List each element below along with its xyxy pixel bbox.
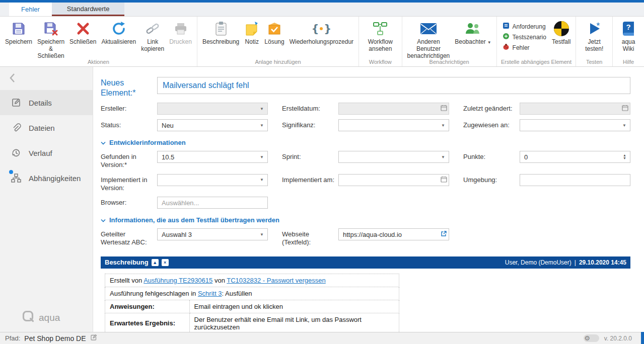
sidebar-dateien-label: Dateien [29, 124, 55, 132]
sprint-select[interactable]: ▼ [338, 151, 449, 163]
scenario-icon [503, 33, 510, 41]
loesung-label: Lösung [264, 38, 284, 45]
back-chevron-icon [9, 73, 15, 84]
ribbon-group-benachrichtigen: Anderen Benutzer benachrichtigen Beobach… [402, 17, 497, 66]
description-close-icon[interactable]: × [162, 259, 169, 266]
aqua-wiki-label: aqua Wiki [618, 38, 639, 52]
table-row: Anweisungen: Email eintragen und ok klic… [105, 300, 399, 313]
umgebung-input[interactable] [520, 174, 630, 186]
link-kopieren-button[interactable]: Link kopieren [138, 18, 167, 54]
chevron-down-icon: ▼ [487, 40, 491, 45]
details-panel: Neues Element:* Mailversand schlägt fehl… [94, 67, 644, 332]
table-row: Erwartetes Ergebnis: Der Benutzer erhält… [105, 313, 399, 332]
edit-path-icon[interactable] [90, 334, 97, 342]
drucken-button[interactable]: Drucken [167, 18, 194, 47]
testfall-label: Testfall [552, 38, 570, 45]
speichern-button[interactable]: Speichern [3, 18, 35, 47]
sidebar-item-verlauf[interactable]: Verlauf [0, 140, 93, 165]
tab-standardwerte[interactable]: Standardwerte [52, 3, 125, 16]
section-entwicklerinformationen[interactable]: Entwicklerinformationen [101, 139, 630, 146]
browser-select[interactable]: Auswählen... [157, 197, 268, 209]
webseite-input[interactable]: https://aqua-cloud.io [338, 228, 449, 240]
step-link[interactable]: Schritt 3 [198, 290, 222, 297]
execution-link[interactable]: Ausführung TE2930615 [144, 277, 212, 284]
aqua-logo-text: aqua [39, 312, 60, 323]
calendar-icon [622, 105, 628, 113]
workflow-ansehen-button[interactable]: Workflow ansehen [362, 18, 399, 54]
requirement-icon [503, 22, 510, 31]
edit-details-icon [11, 98, 21, 108]
external-link-icon[interactable] [441, 230, 447, 238]
spinner-icons[interactable]: ▲▼ [621, 154, 628, 159]
benutzer-benachrichtigen-button[interactable]: Anderen Benutzer benachrichtigen [405, 18, 453, 61]
status-label: Status: [101, 119, 157, 131]
notiz-button[interactable]: Notiz [242, 18, 262, 47]
punkte-stepper[interactable]: 0▲▼ [520, 151, 630, 163]
fehler-button[interactable]: Fehler [499, 42, 549, 53]
testszenario-button[interactable]: Testszenario [499, 32, 549, 42]
aktualisieren-label: Aktualisieren [101, 38, 136, 45]
description-meta: User, Demo (DemoUser) | 29.10.2020 14:45 [505, 259, 626, 266]
sidebar-item-abhaengigkeiten[interactable]: Abhängigkeiten [0, 165, 93, 191]
table-row: Ausführung fehlgeschlagen in Schritt 3: … [105, 287, 399, 300]
aqua-logo-icon [22, 310, 34, 325]
signifikanz-label: Signifikanz: [282, 119, 338, 131]
group-label-hilfe: Hilfe [613, 59, 644, 65]
implementiert-am-field[interactable] [338, 174, 449, 186]
ribbon-group-testen: Jetzt testen! Testen [576, 17, 613, 66]
beschreibung-button[interactable]: Beschreibung [200, 18, 242, 47]
anforderung-button[interactable]: Anforderung [499, 21, 549, 32]
loesung-button[interactable]: Lösung [262, 18, 287, 47]
erstelldatum-label: Erstelldatum: [282, 103, 338, 115]
jetzt-testen-button[interactable]: Jetzt testen! [579, 18, 610, 54]
section-testfall-informationen[interactable]: Informationen, die aus dem Testfall über… [101, 216, 630, 224]
settings-toggle[interactable]: ⚙ [584, 334, 599, 342]
aqua-wiki-button[interactable]: ? aqua Wiki [615, 18, 641, 54]
sidebar-abhaengigkeiten-label: Abhängigkeiten [29, 174, 81, 183]
chevron-down-icon: ▼ [258, 232, 266, 237]
zuletzt-geaendert-label: Zuletzt geändert: [463, 103, 520, 115]
testfall-button[interactable]: Testfall [549, 18, 573, 47]
tab-fehler[interactable]: Fehler [9, 3, 52, 16]
sidebar-collapse-button[interactable] [0, 67, 93, 90]
testcase-link[interactable]: TC1032832 - Passwort vergessen [227, 277, 326, 284]
aktualisieren-button[interactable]: Aktualisieren [99, 18, 138, 47]
ribbon-group-anlage: Beschreibung Notiz Lösung {} Wiederholun… [197, 17, 359, 66]
signifikanz-select[interactable]: ▼ [338, 119, 449, 131]
implementiert-in-version-select[interactable]: ▼ [157, 174, 268, 186]
calendar-icon [441, 176, 447, 184]
ribbon-group-abhaengig: Anforderung Testszenario Fehler Testfall… [497, 17, 577, 66]
description-body: Erstellt von Ausführung TE2930615 von TC… [101, 269, 630, 332]
aqua-logo: aqua [22, 310, 60, 325]
beobachter-button[interactable]: Beobachter▼ [452, 18, 493, 47]
sidebar-item-dateien[interactable]: Dateien [0, 115, 93, 140]
schliessen-label: Schließen [69, 38, 96, 45]
wiederholungsprozedur-button[interactable]: {} Wiederholungsprozedur [287, 18, 356, 47]
wertesatz-select[interactable]: Auswahl 3▼ [157, 228, 268, 240]
status-select[interactable]: Neu▼ [157, 119, 268, 131]
play-icon [587, 20, 602, 37]
title-input[interactable]: Mailversand schlägt fehl [157, 77, 630, 94]
chevron-down-icon: ▼ [258, 155, 266, 159]
version-label: v. 20.2.0.0 [604, 335, 632, 342]
pfad-label: Pfad: [5, 334, 20, 342]
table-row: Erstellt von Ausführung TE2930615 von TC… [105, 274, 399, 287]
sidebar-item-details[interactable]: Details [0, 90, 93, 115]
drucken-label: Drucken [169, 38, 192, 45]
gefunden-in-version-select[interactable]: 10.5▼ [157, 151, 268, 163]
workflow-ansehen-label: Workflow ansehen [364, 38, 396, 52]
speichern-schliessen-button[interactable]: Speichern & Schließen [35, 18, 67, 61]
description-collapse-icon[interactable]: ▲ [152, 259, 159, 266]
schliessen-button[interactable]: Schließen [67, 18, 99, 47]
printer-icon [173, 20, 188, 37]
ribbon-group-workflow: Workflow ansehen Workflow [359, 17, 402, 66]
group-label-testen: Testen [576, 59, 612, 65]
zugewiesen-select[interactable]: ▼ [520, 119, 630, 131]
speichern-label: Speichern [5, 38, 32, 45]
section-chevron-icon [101, 216, 106, 224]
window-edge [641, 332, 644, 344]
observers-icon [465, 20, 481, 37]
speichern-schliessen-label: Speichern & Schließen [37, 38, 64, 59]
description-panel: Beschreibung ▲ × User, Demo (DemoUser) |… [101, 256, 630, 332]
description-timestamp: 29.10.2020 14:45 [579, 259, 626, 266]
